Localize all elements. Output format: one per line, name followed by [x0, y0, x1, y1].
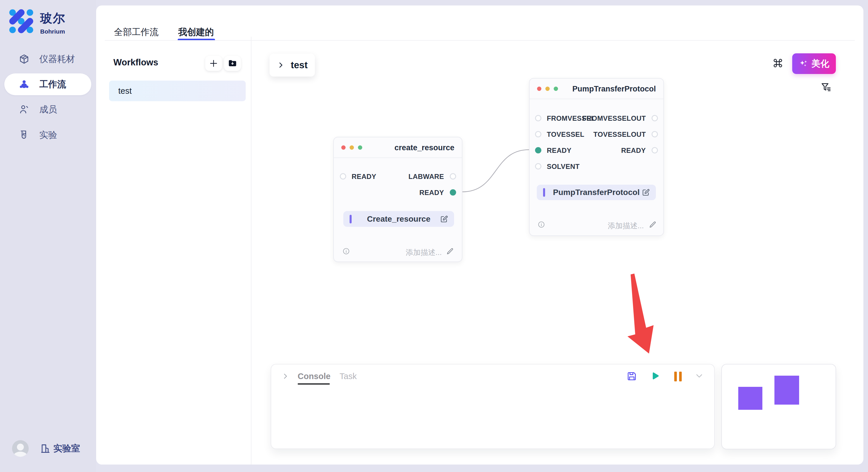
- output-port-label: TOVESSELOUT: [593, 131, 646, 138]
- console-tab-indicator: [298, 383, 330, 384]
- sidebar-item-label: 仪器耗材: [39, 53, 75, 65]
- run-icon[interactable]: [650, 371, 660, 382]
- console-panel: Console Task: [271, 364, 715, 449]
- input-port-solvent[interactable]: [535, 163, 541, 169]
- action-label: Create_resource: [343, 211, 454, 227]
- sidebar-item-label: 成员: [39, 103, 57, 115]
- output-port-tovesselout[interactable]: [652, 131, 658, 137]
- input-port-tovessel[interactable]: [535, 131, 541, 137]
- dot-green: [358, 145, 362, 150]
- output-port-fromvesselout[interactable]: [652, 115, 658, 121]
- building-icon: [40, 443, 51, 453]
- output-port-label: FROMVESSELOUT: [582, 114, 646, 123]
- output-port-label: READY: [621, 146, 646, 155]
- beautify-button[interactable]: 美化: [792, 53, 836, 74]
- pencil-icon[interactable]: [649, 221, 656, 229]
- input-port-label: TOVESSEL: [547, 131, 584, 138]
- dot-yellow: [350, 145, 354, 150]
- node-action-button[interactable]: PumpTransferProtocol: [537, 185, 656, 200]
- lab-switcher[interactable]: 实验室: [40, 442, 80, 454]
- app-subtitle: Bohrium: [40, 28, 65, 35]
- import-workflow-button[interactable]: [224, 56, 241, 71]
- lab-label: 实验室: [53, 442, 80, 454]
- output-port-labware[interactable]: [450, 173, 456, 179]
- node-title: create_resource: [394, 143, 454, 152]
- node-header: create_resource: [334, 137, 462, 158]
- node-title: PumpTransferProtocol: [572, 85, 656, 94]
- test-tube-icon: [19, 130, 30, 140]
- sidebar-item-members[interactable]: 成员: [4, 99, 91, 121]
- workflow-people-icon: [19, 79, 30, 90]
- edit-icon[interactable]: [642, 188, 650, 197]
- workflow-item-name: test: [118, 86, 132, 96]
- sidebar-item-label: 实验: [39, 129, 57, 141]
- description-placeholder[interactable]: 添加描述...: [406, 247, 442, 258]
- bohrium-logo-icon: [9, 9, 34, 34]
- action-label: PumpTransferProtocol: [537, 185, 656, 200]
- app-logo: 玻尔 Bohrium: [9, 9, 65, 35]
- command-palette-icon[interactable]: [772, 57, 784, 69]
- minimap-node-create-resource: [738, 387, 763, 410]
- chevron-right-icon: [277, 61, 284, 69]
- folder-import-icon: [228, 59, 237, 68]
- input-port-ready[interactable]: [340, 173, 346, 179]
- plus-icon: [209, 59, 218, 68]
- node-header: PumpTransferProtocol: [530, 78, 663, 99]
- output-port-label: LABWARE: [408, 173, 444, 181]
- canvas-breadcrumb[interactable]: test: [270, 54, 315, 76]
- panel-divider: [251, 37, 251, 465]
- workflow-list-item[interactable]: test: [109, 80, 246, 101]
- output-port-label: READY: [420, 189, 444, 197]
- pause-icon[interactable]: [674, 371, 682, 382]
- sidebar-item-workflow[interactable]: 工作流: [4, 73, 91, 95]
- save-icon[interactable]: [626, 371, 637, 382]
- minimap-node-pump-transfer: [774, 376, 799, 405]
- collapse-chevron-icon[interactable]: [694, 372, 704, 380]
- output-port-ready[interactable]: [652, 147, 658, 154]
- input-port-label: READY: [352, 173, 376, 181]
- dot-red: [537, 87, 541, 91]
- input-port-ready[interactable]: [535, 147, 541, 154]
- input-port-label: READY: [547, 146, 571, 155]
- dot-red: [341, 145, 346, 150]
- node-action-button[interactable]: Create_resource: [343, 211, 454, 227]
- sidebar-item-label: 工作流: [39, 78, 66, 90]
- window-dots: [341, 145, 366, 150]
- add-workflow-button[interactable]: [205, 56, 222, 71]
- package-box-icon: [19, 54, 30, 65]
- node-pump-transfer-protocol[interactable]: PumpTransferProtocol FROMVESSEL FROMVESS…: [529, 78, 664, 236]
- info-icon[interactable]: [342, 247, 350, 255]
- input-port-label: SOLVENT: [547, 163, 580, 171]
- breadcrumb-label: test: [291, 60, 308, 71]
- node-create-resource[interactable]: create_resource READY LABWARE READY Crea…: [333, 137, 462, 262]
- expand-chevron-icon[interactable]: [282, 372, 289, 380]
- edit-icon[interactable]: [440, 215, 448, 224]
- beautify-label: 美化: [811, 58, 829, 70]
- member-person-icon: [19, 104, 30, 115]
- tabs-divider: [105, 40, 855, 41]
- tab-all-workflows[interactable]: 全部工作流: [114, 26, 158, 38]
- minimap[interactable]: [721, 364, 836, 449]
- dot-yellow: [546, 87, 550, 91]
- description-placeholder[interactable]: 添加描述...: [608, 221, 644, 231]
- user-avatar[interactable]: [12, 440, 29, 457]
- workflows-panel-title: Workflows: [113, 57, 158, 68]
- app-title: 玻尔: [40, 10, 65, 26]
- output-port-ready[interactable]: [450, 189, 456, 196]
- pencil-icon[interactable]: [446, 247, 454, 255]
- info-icon[interactable]: [538, 221, 545, 228]
- filter-icon[interactable]: [820, 82, 832, 93]
- sparkles-icon: [799, 59, 809, 69]
- window-dots: [537, 87, 562, 91]
- input-port-fromvessel[interactable]: [535, 115, 541, 121]
- tab-console[interactable]: Console: [298, 372, 330, 381]
- tab-task[interactable]: Task: [340, 372, 357, 381]
- sidebar: 玻尔 Bohrium 仪器耗材 工作流 成员: [0, 0, 96, 472]
- sidebar-item-instruments[interactable]: 仪器耗材: [4, 48, 91, 70]
- sidebar-item-experiments[interactable]: 实验: [4, 124, 91, 146]
- dot-green: [554, 87, 558, 91]
- tab-my-created[interactable]: 我创建的: [178, 26, 214, 38]
